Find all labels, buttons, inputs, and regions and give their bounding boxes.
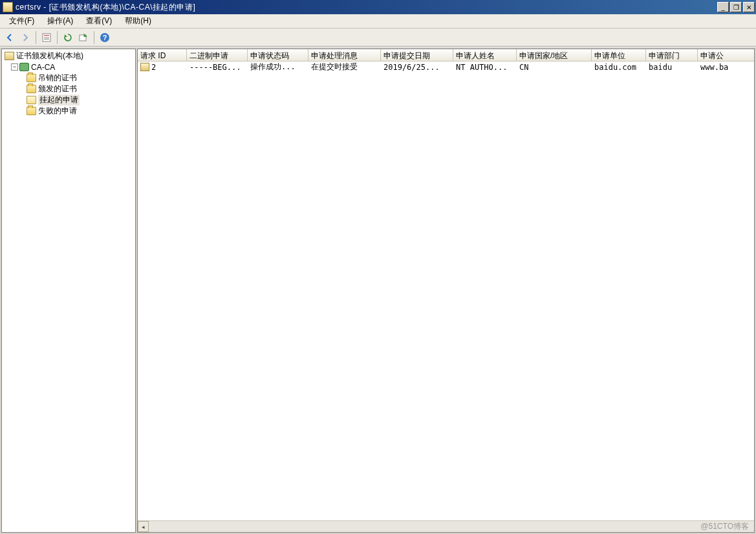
main-content: 证书颁发机构(本地) − CA-CA 吊销的证书 颁发的证书 挂起的申请 失败的… (0, 47, 756, 534)
authority-icon (5, 52, 14, 60)
horizontal-scrollbar[interactable]: ◂ @51CTO博客 (138, 520, 754, 532)
toolbar: ? (0, 28, 756, 47)
col-request-id[interactable]: 请求 ID (138, 49, 187, 61)
col-binary-req[interactable]: 二进制申请 (187, 49, 248, 61)
cell-country: CN (517, 62, 592, 72)
folder-icon (27, 107, 36, 115)
col-country[interactable]: 申请国家/地区 (517, 49, 592, 61)
table-row[interactable]: 2 -----BEG... 操作成功... 在提交时接受 2019/6/25..… (138, 61, 754, 72)
tree-issued-label: 颁发的证书 (38, 83, 77, 95)
toolbar-separator (94, 31, 94, 44)
tree-root-label: 证书颁发机构(本地) (16, 50, 83, 61)
properties-button[interactable] (39, 30, 54, 45)
tree-pane[interactable]: 证书颁发机构(本地) − CA-CA 吊销的证书 颁发的证书 挂起的申请 失败的… (1, 49, 136, 533)
title-bar: certsrv - [证书颁发机构(本地)\CA-CA\挂起的申请] _ ❐ ✕ (0, 0, 756, 14)
tree-item-failed[interactable]: 失败的申请 (2, 106, 135, 117)
tree-collapse-icon[interactable]: − (11, 63, 18, 71)
tree-root[interactable]: 证书颁发机构(本地) (2, 50, 135, 61)
cell-company: www.ba (698, 62, 737, 72)
toolbar-separator (36, 31, 36, 44)
menu-view[interactable]: 查看(V) (80, 14, 118, 28)
tree-ca[interactable]: − CA-CA (2, 61, 135, 72)
folder-icon (27, 74, 36, 82)
tree-item-revoked[interactable]: 吊销的证书 (2, 72, 135, 83)
toolbar-separator (57, 31, 58, 44)
app-icon (3, 2, 13, 12)
col-company[interactable]: 申请公 (698, 49, 737, 61)
window-title: certsrv - [证书颁发机构(本地)\CA-CA\挂起的申请] (16, 2, 717, 13)
svg-rect-2 (44, 38, 49, 38)
list-header: 请求 ID 二进制申请 申请状态码 申请处理消息 申请提交日期 申请人姓名 申请… (138, 49, 754, 61)
refresh-button[interactable] (61, 30, 75, 45)
nav-back-button[interactable] (3, 30, 17, 45)
tree-item-pending[interactable]: 挂起的申请 (2, 95, 135, 106)
scroll-left-button[interactable]: ◂ (138, 521, 149, 532)
folder-open-icon (27, 96, 36, 104)
menu-action[interactable]: 操作(A) (41, 14, 80, 28)
nav-forward-button[interactable] (18, 30, 32, 45)
menu-file[interactable]: 文件(F) (3, 14, 41, 28)
svg-text:?: ? (103, 34, 107, 41)
close-button[interactable]: ✕ (743, 2, 755, 12)
col-submit-date[interactable]: 申请提交日期 (381, 49, 453, 61)
svg-rect-3 (44, 39, 49, 39)
col-org[interactable]: 申请单位 (592, 49, 646, 61)
menu-help[interactable]: 帮助(H) (118, 14, 158, 28)
ca-icon (19, 63, 29, 71)
restore-button[interactable]: ❐ (730, 2, 742, 12)
tree-item-issued[interactable]: 颁发的证书 (2, 83, 135, 95)
folder-icon (27, 85, 36, 93)
tree-failed-label: 失败的申请 (38, 106, 77, 117)
col-requester[interactable]: 申请人姓名 (453, 49, 517, 61)
help-button[interactable]: ? (98, 30, 112, 45)
watermark-text: @51CTO博客 (700, 521, 754, 532)
list-body[interactable]: 2 -----BEG... 操作成功... 在提交时接受 2019/6/25..… (138, 61, 754, 520)
cell-submit-date: 2019/6/25... (381, 62, 453, 72)
cell-request-id: 2 (138, 62, 187, 72)
minimize-button[interactable]: _ (717, 2, 729, 12)
cell-org: baidu.com (592, 62, 646, 72)
list-pane: 请求 ID 二进制申请 申请状态码 申请处理消息 申请提交日期 申请人姓名 申请… (137, 49, 755, 533)
export-button[interactable] (76, 30, 91, 45)
menu-bar: 文件(F) 操作(A) 查看(V) 帮助(H) (0, 14, 756, 28)
svg-rect-1 (44, 35, 49, 36)
tree-revoked-label: 吊销的证书 (38, 72, 77, 83)
cell-request-id-value: 2 (151, 63, 156, 72)
col-status-code[interactable]: 申请状态码 (248, 49, 308, 61)
col-disposition[interactable]: 申请处理消息 (308, 49, 381, 61)
cell-status-code: 操作成功... (248, 61, 308, 73)
window-controls: _ ❐ ✕ (717, 2, 755, 12)
col-dept[interactable]: 申请部门 (646, 49, 698, 61)
tree-ca-label: CA-CA (31, 63, 55, 72)
request-icon (140, 63, 149, 71)
cell-requester: NT AUTHO... (453, 62, 517, 72)
cell-binary-req: -----BEG... (187, 62, 248, 72)
cell-dept: baidu (646, 62, 698, 72)
cell-disposition: 在提交时接受 (308, 61, 381, 73)
tree-pending-label: 挂起的申请 (38, 95, 80, 106)
